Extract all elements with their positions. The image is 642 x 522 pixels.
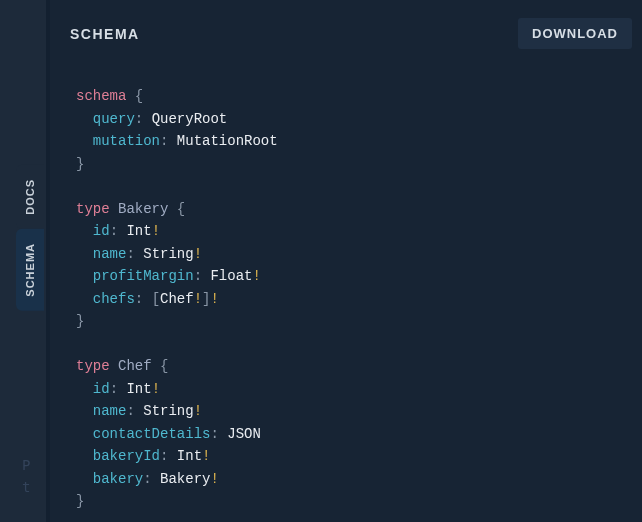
tab-docs[interactable]: DOCS (16, 165, 44, 229)
panel-title: SCHEMA (70, 26, 140, 42)
schema-panel: SCHEMA DOWNLOAD schema { query: QueryRoo… (46, 0, 642, 522)
schema-code: schema { query: QueryRoot mutation: Muta… (50, 63, 642, 522)
download-button[interactable]: DOWNLOAD (518, 18, 632, 49)
tab-schema[interactable]: SCHEMA (16, 229, 44, 311)
background-editor-text: P t (22, 454, 30, 498)
side-tabs: DOCS SCHEMA (16, 165, 44, 310)
panel-header: SCHEMA DOWNLOAD (50, 0, 642, 63)
